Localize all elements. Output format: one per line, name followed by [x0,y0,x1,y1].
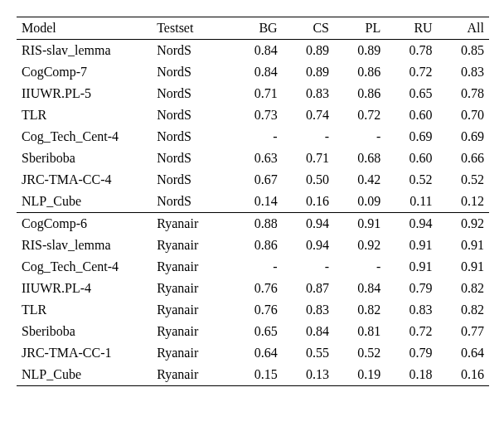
cell-model: IIUWR.PL-4 [17,278,152,299]
cell-ru: 0.52 [385,169,437,191]
cell-all: 0.77 [438,321,489,342]
table-row: IIUWR.PL-4Ryanair0.760.870.840.790.82 [17,278,489,299]
cell-all: 0.82 [438,299,489,321]
cell-bg: 0.84 [230,61,282,83]
cell-pl: - [334,126,385,148]
cell-model: CogComp-6 [17,213,152,235]
cell-cs: 0.74 [283,104,334,126]
cell-model: IIUWR.PL-5 [17,83,152,104]
cell-model: TLR [17,299,152,321]
cell-all: 0.52 [438,169,489,191]
cell-model: JRC-TMA-CC-1 [17,342,152,364]
table-row: TLRRyanair0.760.830.820.830.82 [17,299,489,321]
cell-pl: 0.86 [334,83,385,104]
cell-bg: - [230,126,282,148]
cell-bg: 0.73 [230,104,282,126]
cell-pl: 0.84 [334,278,385,299]
cell-model: CogComp-7 [17,61,152,83]
cell-ru: 0.60 [385,104,437,126]
col-header-cs: CS [283,17,334,40]
table-row: NLP_CubeNordS0.140.160.090.110.12 [17,191,489,213]
cell-pl: 0.42 [334,169,385,191]
cell-ru: 0.79 [385,278,437,299]
cell-pl: 0.82 [334,299,385,321]
cell-model: RIS-slav_lemma [17,40,152,62]
cell-cs: 0.89 [283,40,334,62]
cell-testset: Ryanair [152,342,230,364]
cell-pl: 0.81 [334,321,385,342]
cell-testset: NordS [152,104,230,126]
table-row: SberibobaRyanair0.650.840.810.720.77 [17,321,489,342]
cell-pl: 0.72 [334,104,385,126]
table-row: TLRNordS0.730.740.720.600.70 [17,104,489,126]
col-header-model: Model [17,17,152,40]
cell-bg: 0.71 [230,83,282,104]
cell-pl: 0.86 [334,61,385,83]
cell-all: 0.83 [438,61,489,83]
cell-all: 0.66 [438,148,489,169]
cell-testset: NordS [152,148,230,169]
cell-cs: 0.83 [283,83,334,104]
cell-testset: NordS [152,61,230,83]
cell-bg: 0.65 [230,321,282,342]
cell-all: 0.69 [438,126,489,148]
table-row: NLP_CubeRyanair0.150.130.190.180.16 [17,364,489,386]
table-row: Cog_Tech_Cent-4NordS---0.690.69 [17,126,489,148]
cell-cs: 0.94 [283,235,334,256]
cell-testset: Ryanair [152,321,230,342]
cell-model: RIS-slav_lemma [17,235,152,256]
cell-cs: 0.87 [283,278,334,299]
cell-testset: Ryanair [152,299,230,321]
cell-model: TLR [17,104,152,126]
table-row: SberibobaNordS0.630.710.680.600.66 [17,148,489,169]
cell-cs: 0.94 [283,213,334,235]
cell-bg: 0.84 [230,40,282,62]
cell-ru: 0.79 [385,342,437,364]
table-row: IIUWR.PL-5NordS0.710.830.860.650.78 [17,83,489,104]
cell-all: 0.91 [438,235,489,256]
cell-bg: 0.64 [230,342,282,364]
cell-ru: 0.11 [385,191,437,213]
cell-ru: 0.69 [385,126,437,148]
cell-model: Sberiboba [17,148,152,169]
cell-all: 0.82 [438,278,489,299]
cell-ru: 0.91 [385,235,437,256]
cell-cs: 0.50 [283,169,334,191]
table-row: JRC-TMA-CC-1Ryanair0.640.550.520.790.64 [17,342,489,364]
results-table: Model Testset BG CS PL RU All RIS-slav_l… [17,17,489,386]
cell-ru: 0.18 [385,364,437,386]
cell-model: JRC-TMA-CC-4 [17,169,152,191]
header-row: Model Testset BG CS PL RU All [17,17,489,40]
cell-testset: NordS [152,191,230,213]
col-header-all: All [438,17,489,40]
cell-bg: 0.88 [230,213,282,235]
cell-testset: NordS [152,83,230,104]
cell-bg: 0.15 [230,364,282,386]
cell-cs: - [283,256,334,278]
cell-model: Sberiboba [17,321,152,342]
cell-bg: 0.14 [230,191,282,213]
cell-ru: 0.72 [385,61,437,83]
table-row: Cog_Tech_Cent-4Ryanair---0.910.91 [17,256,489,278]
cell-testset: Ryanair [152,213,230,235]
cell-cs: 0.84 [283,321,334,342]
col-header-bg: BG [230,17,282,40]
cell-all: 0.16 [438,364,489,386]
cell-all: 0.78 [438,83,489,104]
cell-pl: 0.91 [334,213,385,235]
cell-model: NLP_Cube [17,364,152,386]
cell-all: 0.91 [438,256,489,278]
cell-pl: 0.52 [334,342,385,364]
cell-pl: - [334,256,385,278]
cell-pl: 0.92 [334,235,385,256]
col-header-testset: Testset [152,17,230,40]
cell-bg: 0.76 [230,299,282,321]
cell-cs: - [283,126,334,148]
cell-testset: NordS [152,169,230,191]
cell-testset: NordS [152,126,230,148]
cell-bg: 0.67 [230,169,282,191]
cell-all: 0.64 [438,342,489,364]
table-row: CogComp-7NordS0.840.890.860.720.83 [17,61,489,83]
cell-ru: 0.60 [385,148,437,169]
cell-cs: 0.89 [283,61,334,83]
